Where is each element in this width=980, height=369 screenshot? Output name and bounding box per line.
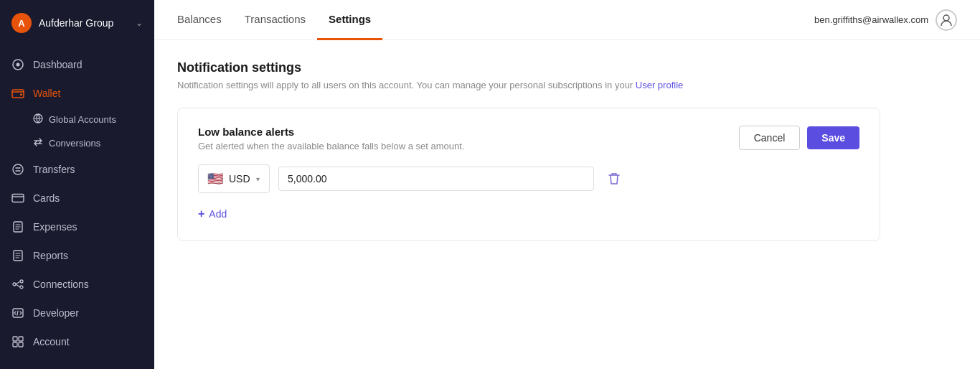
sidebar-sub-item-label: Global Accounts bbox=[49, 114, 116, 125]
currency-code: USD bbox=[229, 173, 250, 184]
svg-rect-2 bbox=[12, 90, 24, 98]
svg-rect-14 bbox=[19, 337, 23, 341]
sidebar-item-cards[interactable]: Cards bbox=[0, 184, 154, 212]
amount-input[interactable] bbox=[278, 167, 594, 191]
connections-icon bbox=[11, 278, 24, 291]
svg-point-17 bbox=[943, 15, 949, 21]
low-balance-alerts-card: Low balance alerts Get alerted when the … bbox=[177, 108, 880, 241]
transfers-icon bbox=[11, 163, 24, 176]
sidebar-item-expenses[interactable]: Expenses bbox=[0, 212, 154, 241]
svg-point-9 bbox=[13, 283, 16, 286]
sidebar-item-transfers[interactable]: Transfers bbox=[0, 155, 154, 184]
cancel-button[interactable]: Cancel bbox=[739, 126, 801, 150]
save-button[interactable]: Save bbox=[807, 126, 859, 149]
svg-point-10 bbox=[20, 280, 23, 283]
sidebar: A Aufderhar Group ⌄ Dashboard Wallet Glo… bbox=[0, 0, 154, 369]
add-label: Add bbox=[209, 208, 227, 220]
svg-rect-15 bbox=[13, 342, 17, 347]
page-title: Notification settings bbox=[177, 60, 957, 75]
brand-avatar: A bbox=[11, 13, 32, 33]
main-content: Balances Transactions Settings ben.griff… bbox=[154, 0, 980, 369]
sidebar-navigation: Dashboard Wallet Global Accounts Convers… bbox=[0, 46, 154, 369]
sidebar-item-reports[interactable]: Reports bbox=[0, 241, 154, 270]
currency-flag: 🇺🇸 bbox=[207, 171, 223, 187]
sidebar-item-label: Connections bbox=[33, 279, 89, 290]
sidebar-item-label: Dashboard bbox=[33, 59, 83, 70]
sidebar-item-conversions[interactable]: Conversions bbox=[33, 131, 154, 155]
tab-settings[interactable]: Settings bbox=[317, 0, 382, 40]
cards-icon bbox=[11, 192, 24, 205]
add-plus-icon: + bbox=[198, 207, 204, 220]
add-currency-button[interactable]: + Add bbox=[198, 205, 227, 223]
user-profile-link[interactable]: User profile bbox=[636, 80, 683, 90]
conversions-icon bbox=[33, 137, 43, 149]
alert-card-info: Low balance alerts Get alerted when the … bbox=[198, 126, 464, 151]
sidebar-item-label: Developer bbox=[33, 307, 79, 319]
currency-dropdown[interactable]: 🇺🇸 USD ▾ bbox=[198, 164, 270, 193]
svg-point-11 bbox=[20, 286, 23, 289]
sidebar-item-label: Reports bbox=[33, 250, 68, 261]
brand-name: Aufderhar Group bbox=[39, 17, 128, 29]
sidebar-item-global-accounts[interactable]: Global Accounts bbox=[33, 108, 154, 131]
user-email: ben.griffiths@airwallex.com bbox=[814, 14, 928, 25]
svg-point-5 bbox=[13, 164, 23, 174]
header-tabs: Balances Transactions Settings bbox=[177, 0, 382, 39]
user-avatar bbox=[936, 9, 957, 31]
tab-transactions[interactable]: Transactions bbox=[233, 0, 317, 40]
page-subtitle: Notification settings will apply to all … bbox=[177, 80, 957, 90]
sidebar-item-label: Transfers bbox=[33, 164, 75, 175]
alert-card-description: Get alerted when the available balance f… bbox=[198, 141, 464, 151]
sidebar-item-label: Wallet bbox=[33, 88, 60, 99]
svg-point-1 bbox=[17, 63, 20, 67]
currency-chevron-icon: ▾ bbox=[256, 175, 260, 183]
sidebar-item-developer[interactable]: Developer bbox=[0, 299, 154, 327]
svg-rect-13 bbox=[13, 337, 17, 341]
sidebar-item-account[interactable]: Account bbox=[0, 327, 154, 356]
sidebar-sub-item-label: Conversions bbox=[49, 138, 100, 149]
expenses-icon bbox=[11, 220, 24, 233]
reports-icon bbox=[11, 249, 24, 262]
page-content-area: Notification settings Notification setti… bbox=[154, 40, 980, 369]
alert-card-title: Low balance alerts bbox=[198, 126, 464, 138]
sidebar-sub-wallet: Global Accounts Conversions bbox=[0, 108, 154, 155]
tab-balances[interactable]: Balances bbox=[177, 0, 233, 40]
currency-amount-row: 🇺🇸 USD ▾ bbox=[198, 164, 859, 193]
brand-selector[interactable]: A Aufderhar Group ⌄ bbox=[0, 0, 154, 46]
dashboard-icon bbox=[11, 58, 24, 71]
user-menu[interactable]: ben.griffiths@airwallex.com bbox=[814, 9, 957, 31]
card-actions: Cancel Save bbox=[739, 126, 859, 150]
svg-rect-6 bbox=[12, 195, 24, 202]
developer-icon bbox=[11, 307, 24, 319]
svg-rect-16 bbox=[19, 342, 23, 347]
page-header: Balances Transactions Settings ben.griff… bbox=[154, 0, 980, 40]
svg-rect-3 bbox=[20, 94, 22, 96]
brand-chevron-icon: ⌄ bbox=[136, 18, 143, 28]
sidebar-item-dashboard[interactable]: Dashboard bbox=[0, 50, 154, 79]
account-icon bbox=[11, 335, 24, 348]
alert-card-header: Low balance alerts Get alerted when the … bbox=[198, 126, 859, 151]
global-accounts-icon bbox=[33, 113, 43, 126]
sidebar-item-label: Expenses bbox=[33, 221, 77, 233]
sidebar-item-connections[interactable]: Connections bbox=[0, 270, 154, 299]
sidebar-item-wallet[interactable]: Wallet bbox=[0, 79, 154, 108]
sidebar-item-label: Account bbox=[33, 336, 70, 347]
delete-row-button[interactable] bbox=[603, 167, 626, 190]
wallet-icon bbox=[11, 87, 24, 100]
sidebar-item-label: Cards bbox=[33, 192, 60, 204]
